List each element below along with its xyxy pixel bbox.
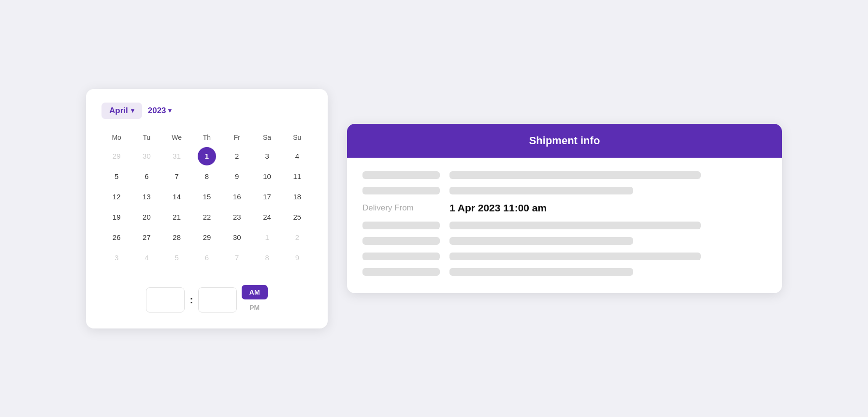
calendar-day[interactable]: 4 (288, 147, 306, 165)
delivery-from-label: Delivery From (362, 203, 440, 213)
skeleton-value-2 (449, 187, 633, 194)
skeleton-row-4 (362, 237, 767, 245)
am-button[interactable]: AM (242, 285, 268, 299)
time-divider (101, 276, 312, 276)
calendar-day[interactable]: 22 (198, 208, 216, 226)
shipment-body: Delivery From 1 Apr 2023 11:00 am (347, 158, 782, 293)
ampm-toggle: AM PM (242, 285, 268, 315)
calendar-day[interactable]: 26 (107, 228, 126, 247)
calendar-day[interactable]: 3 (258, 147, 276, 165)
year-chevron-icon: ▾ (168, 107, 172, 114)
scene: April ▾ 2023 ▾ MoTuWeThFrSaSu 2930311234… (0, 70, 868, 348)
calendar-day[interactable]: 12 (107, 188, 126, 206)
shipment-title: Shipment info (529, 134, 600, 147)
calendar-day: 30 (137, 147, 156, 165)
calendar-day[interactable]: 10 (258, 167, 276, 186)
skeleton-value-6 (449, 268, 633, 276)
calendar-day: 9 (288, 249, 306, 267)
calendar-day[interactable]: 9 (228, 167, 246, 186)
calendar-weekdays: MoTuWeThFrSaSu (101, 131, 312, 144)
calendar-day[interactable]: 19 (107, 208, 126, 226)
skeleton-value-3 (449, 222, 701, 229)
calendar-day[interactable]: 2 (228, 147, 246, 165)
calendar-day[interactable]: 25 (288, 208, 306, 226)
weekday-label: Tu (131, 131, 161, 144)
calendar-day[interactable]: 6 (137, 167, 156, 186)
minutes-input[interactable]: 00 (198, 287, 237, 313)
weekday-label: Sa (252, 131, 282, 144)
calendar-day: 8 (258, 249, 276, 267)
calendar-day: 4 (137, 249, 156, 267)
weekday-label: Su (282, 131, 312, 144)
month-selector[interactable]: April ▾ (101, 103, 142, 119)
calendar-day[interactable]: 17 (258, 188, 276, 206)
delivery-from-row: Delivery From 1 Apr 2023 11:00 am (362, 202, 767, 214)
calendar-day[interactable]: 14 (168, 188, 186, 206)
calendar-day[interactable]: 29 (198, 228, 216, 247)
calendar-day[interactable]: 24 (258, 208, 276, 226)
calendar-day[interactable]: 1 (198, 147, 216, 165)
calendar-day[interactable]: 23 (228, 208, 246, 226)
skeleton-label-4 (362, 237, 440, 245)
skeleton-value-4 (449, 237, 633, 245)
skeleton-row-5 (362, 253, 767, 260)
calendar-day[interactable]: 27 (137, 228, 156, 247)
time-picker: 11 : 00 AM PM (101, 285, 312, 315)
calendar-header: April ▾ 2023 ▾ (101, 103, 312, 119)
calendar-day: 31 (168, 147, 186, 165)
weekday-label: Fr (222, 131, 252, 144)
calendar-day[interactable]: 7 (168, 167, 186, 186)
month-chevron-icon: ▾ (131, 107, 134, 114)
skeleton-label-2 (362, 187, 440, 194)
calendar-day: 2 (288, 228, 306, 247)
calendar-day: 1 (258, 228, 276, 247)
calendar-day: 29 (107, 147, 126, 165)
calendar-day[interactable]: 28 (168, 228, 186, 247)
hours-input[interactable]: 11 (146, 287, 185, 313)
time-colon: : (189, 294, 193, 306)
skeleton-row-3 (362, 222, 767, 229)
calendar-grid: MoTuWeThFrSaSu 2930311234567891011121314… (101, 131, 312, 267)
calendar-day[interactable]: 11 (288, 167, 306, 186)
skeleton-label-6 (362, 268, 440, 276)
year-label: 2023 (148, 106, 166, 116)
calendar-day[interactable]: 15 (198, 188, 216, 206)
calendar-days: 2930311234567891011121314151617181920212… (101, 147, 312, 267)
calendar-day[interactable]: 21 (168, 208, 186, 226)
calendar-card: April ▾ 2023 ▾ MoTuWeThFrSaSu 2930311234… (86, 89, 328, 328)
shipment-card: Shipment info Delivery From 1 Apr 2023 1… (347, 124, 782, 293)
year-selector[interactable]: 2023 ▾ (148, 106, 172, 116)
month-label: April (109, 106, 128, 116)
calendar-day[interactable]: 20 (137, 208, 156, 226)
pm-button[interactable]: PM (242, 300, 267, 315)
calendar-day[interactable]: 16 (228, 188, 246, 206)
skeleton-row-2 (362, 187, 767, 194)
skeleton-label-5 (362, 253, 440, 260)
calendar-day: 5 (168, 249, 186, 267)
calendar-day[interactable]: 18 (288, 188, 306, 206)
skeleton-row-6 (362, 268, 767, 276)
skeleton-row-1 (362, 171, 767, 179)
calendar-day: 6 (198, 249, 216, 267)
skeleton-value-5 (449, 253, 701, 260)
shipment-header: Shipment info (347, 124, 782, 158)
weekday-label: Th (192, 131, 222, 144)
skeleton-label-3 (362, 222, 440, 229)
weekday-label: Mo (101, 131, 131, 144)
delivery-from-value: 1 Apr 2023 11:00 am (449, 202, 547, 214)
calendar-day[interactable]: 8 (198, 167, 216, 186)
calendar-day[interactable]: 13 (137, 188, 156, 206)
calendar-day[interactable]: 30 (228, 228, 246, 247)
skeleton-label-1 (362, 171, 440, 179)
skeleton-value-1 (449, 171, 701, 179)
calendar-day: 3 (107, 249, 126, 267)
calendar-day: 7 (228, 249, 246, 267)
weekday-label: We (162, 131, 192, 144)
calendar-day[interactable]: 5 (107, 167, 126, 186)
